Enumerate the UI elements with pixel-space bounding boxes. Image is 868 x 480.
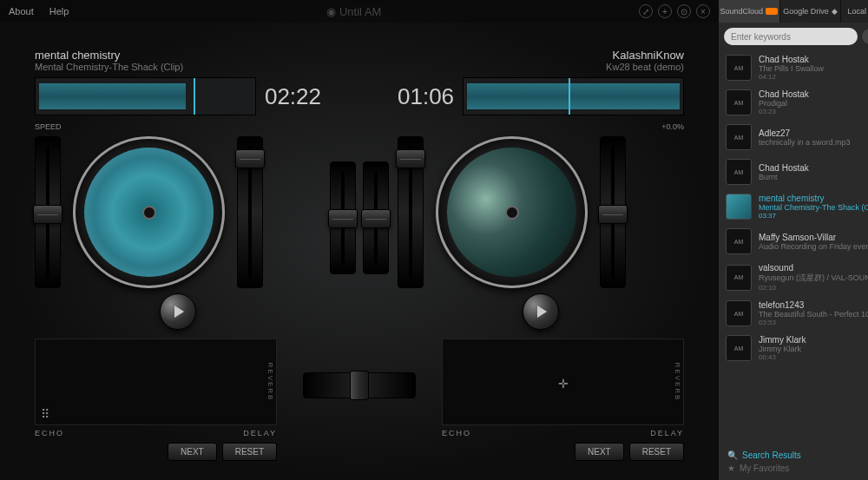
deck-left-waveform[interactable] — [35, 77, 256, 115]
app-brand: ◉Until AM — [69, 5, 639, 18]
track-title: Mental Chemistry-The Shack (Clip) — [759, 203, 868, 212]
track-item[interactable]: AMChad HostakThe Pills I Swallow04:12☆ — [719, 50, 868, 85]
track-thumbnail: AM — [726, 159, 752, 185]
fx-pad-left-xy[interactable]: ⠿ REVERB — [35, 339, 277, 425]
sidebar-my-favorites[interactable]: ★My Favorites — [727, 462, 868, 475]
deck-left-title: Mental Chemistry-The Shack (Clip) — [35, 62, 321, 72]
track-title: Jimmy Klark — [759, 345, 868, 353]
track-artist: mental chemistry — [759, 194, 868, 203]
track-item[interactable]: AMAdlez27technically in a sword.mp3☆ — [719, 120, 868, 155]
track-duration: 02:10 — [759, 284, 868, 292]
deck-left-play-button[interactable] — [160, 293, 196, 330]
track-duration: 03:23 — [759, 108, 868, 115]
track-duration: 03:53 — [759, 319, 868, 326]
deck-right-turntable[interactable] — [436, 136, 588, 288]
deck-left-reset-button[interactable]: RESET — [222, 443, 277, 461]
sidebar-search-results[interactable]: 🔍Search Results — [727, 449, 868, 462]
track-item[interactable]: AMvalsoundRyusegun (流星群) / VAL-SOUND 199… — [719, 259, 868, 296]
track-artist: Chad Hostak — [759, 55, 868, 64]
track-duration: 03:37 — [759, 212, 868, 220]
window-close-icon[interactable]: × — [696, 4, 710, 18]
track-title: Burnt — [759, 173, 868, 181]
star-icon: ★ — [727, 464, 735, 473]
track-artist: valsound — [759, 263, 868, 273]
track-artist: telefon1243 — [759, 300, 868, 310]
topbar: About Help ◉Until AM ⤢ + ⊙ × — [0, 0, 719, 23]
deck-left-time: 02:22 — [265, 83, 321, 110]
fx-pad-right: ✛ REVERB ECHODELAY NEXT RESET — [442, 339, 684, 461]
track-title: technically in a sword.mp3 — [759, 138, 868, 147]
track-artist: Adlez27 — [759, 128, 868, 138]
sidebar: SoundCloud Google Drive◆ Local Files▣ Fi… — [719, 0, 868, 480]
speed-label: SPEED — [35, 122, 62, 131]
menu-help[interactable]: Help — [49, 6, 69, 16]
track-item[interactable]: AMMaffy Samson-VillarAudio Recording on … — [719, 224, 868, 259]
deck-right-speed-value: +0.0% — [661, 122, 684, 131]
deck-left-turntable[interactable] — [73, 136, 225, 288]
mixer-slider-left[interactable] — [330, 161, 356, 274]
deck-right-time: 01:06 — [398, 83, 454, 110]
search-input[interactable] — [724, 28, 858, 45]
track-title: Prodigal — [759, 99, 868, 108]
mixer-slider-right[interactable] — [363, 161, 389, 274]
track-artist: Jimmy Klark — [759, 335, 868, 345]
track-item[interactable]: AMJimmy KlarkJimmy Klark00:43☆ — [719, 331, 868, 365]
tab-soundcloud[interactable]: SoundCloud — [719, 0, 780, 23]
window-settings-icon[interactable]: ⊙ — [677, 4, 691, 18]
deck-right-title: Kw28 beat (demo) — [398, 62, 684, 72]
search-icon: 🔍 — [727, 450, 738, 460]
deck-left-speed-slider[interactable] — [35, 136, 61, 288]
deck-right-reset-button[interactable]: RESET — [629, 443, 684, 461]
tab-google-drive[interactable]: Google Drive◆ — [780, 0, 842, 23]
track-item[interactable]: AMtelefon1243The Beautiful South - Perfe… — [719, 296, 868, 331]
track-thumbnail: AM — [726, 55, 752, 81]
soundcloud-icon — [766, 8, 778, 15]
track-title: Ryusegun (流星群) / VAL-SOUND 1991 — [759, 273, 868, 284]
deck-right-play-button[interactable] — [523, 293, 559, 330]
track-thumbnail: AM — [726, 335, 752, 361]
deck-right-next-button[interactable]: NEXT — [575, 443, 624, 461]
fx-pad-left: ⠿ REVERB ECHODELAY NEXT RESET — [35, 339, 277, 461]
center-mixer — [330, 49, 389, 330]
track-thumbnail: AM — [726, 228, 752, 254]
window-add-icon[interactable]: + — [658, 4, 672, 18]
tab-local-files[interactable]: Local Files▣ — [841, 0, 868, 23]
deck-left-volume-slider[interactable] — [237, 136, 263, 288]
track-duration: 00:43 — [759, 353, 868, 361]
track-artist: Chad Hostak — [759, 89, 868, 99]
track-item[interactable]: AMChad HostakBurnt☆ — [719, 155, 868, 189]
deck-right: KalashniKnow Kw28 beat (demo) 01:06 +0.0… — [398, 49, 684, 330]
track-artist: Chad Hostak — [759, 163, 868, 173]
track-title: The Beautiful South - Perfect 10 — [759, 310, 868, 319]
menu-about[interactable]: About — [9, 6, 34, 16]
track-artist: Maffy Samson-Villar — [759, 233, 868, 242]
deck-left: mental chemistry Mental Chemistry-The Sh… — [35, 49, 321, 330]
track-thumbnail: AM — [726, 300, 752, 326]
track-thumbnail — [726, 194, 752, 220]
track-item[interactable]: mental chemistryMental Chemistry-The Sha… — [719, 189, 868, 224]
gdrive-icon: ◆ — [832, 7, 838, 16]
deck-right-speed-slider[interactable] — [600, 136, 626, 288]
track-title: Audio Recording on Friday evening — [759, 242, 868, 251]
crossfader[interactable] — [303, 372, 416, 398]
find-button[interactable]: Find — [861, 28, 868, 45]
deck-left-next-button[interactable]: NEXT — [168, 443, 217, 461]
track-duration: 04:12 — [759, 73, 868, 81]
track-thumbnail: AM — [726, 89, 752, 115]
track-title: The Pills I Swallow — [759, 64, 868, 73]
fx-pad-right-xy[interactable]: ✛ REVERB — [442, 339, 684, 425]
window-expand-icon[interactable]: ⤢ — [639, 4, 653, 18]
deck-right-volume-slider[interactable] — [398, 136, 424, 288]
track-thumbnail: AM — [726, 124, 752, 150]
deck-right-artist: KalashniKnow — [398, 49, 684, 62]
deck-left-artist: mental chemistry — [35, 49, 321, 62]
track-item[interactable]: AMChad HostakProdigal03:23☆ — [719, 85, 868, 120]
track-thumbnail: AM — [726, 265, 752, 291]
deck-right-waveform[interactable] — [463, 77, 684, 115]
